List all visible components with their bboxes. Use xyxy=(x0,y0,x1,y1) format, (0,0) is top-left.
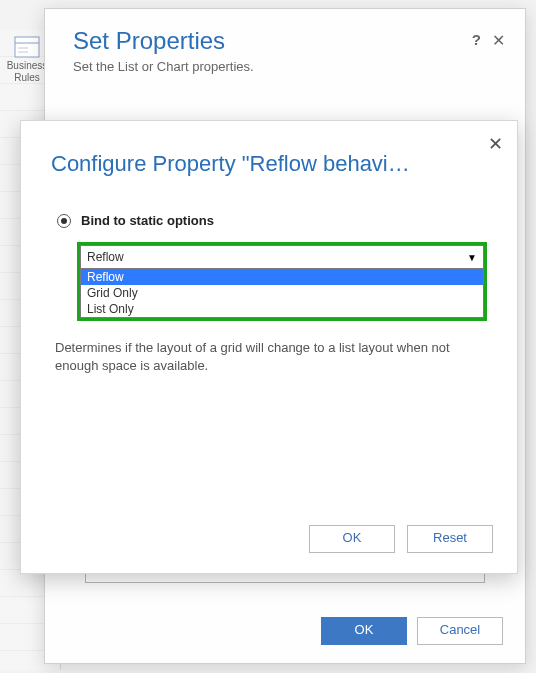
chevron-down-icon: ▼ xyxy=(467,252,477,263)
ok-button[interactable]: OK xyxy=(309,525,395,553)
ok-button[interactable]: OK xyxy=(321,617,407,645)
form-icon xyxy=(14,36,40,58)
option-list-only[interactable]: List Only xyxy=(81,301,483,317)
option-grid-only[interactable]: Grid Only xyxy=(81,285,483,301)
help-icon[interactable]: ? xyxy=(472,31,481,48)
business-rules-label: Business Rules xyxy=(7,60,48,83)
cancel-button[interactable]: Cancel xyxy=(417,617,503,645)
configure-property-dialog: ✕ Configure Property "Reflow behavi… Bin… xyxy=(20,120,518,574)
reflow-options-list: Reflow Grid Only List Only xyxy=(80,269,484,318)
dialog-title: Configure Property "Reflow behavi… xyxy=(51,151,461,177)
close-icon[interactable]: ✕ xyxy=(492,31,505,50)
bind-static-label: Bind to static options xyxy=(81,213,214,228)
reset-button[interactable]: Reset xyxy=(407,525,493,553)
dialog-title: Set Properties xyxy=(73,27,501,55)
reflow-select-highlight: Reflow ▼ Reflow Grid Only List Only xyxy=(77,242,487,321)
reflow-select[interactable]: Reflow ▼ xyxy=(80,245,484,269)
dialog-subtitle: Set the List or Chart properties. xyxy=(73,59,501,74)
svg-rect-0 xyxy=(15,37,39,57)
business-rules-button[interactable]: Business Rules xyxy=(6,36,48,84)
option-reflow[interactable]: Reflow xyxy=(81,269,483,285)
bind-static-radio[interactable] xyxy=(57,214,71,228)
close-icon[interactable]: ✕ xyxy=(488,133,503,155)
reflow-select-value: Reflow xyxy=(87,250,124,264)
property-description: Determines if the layout of a grid will … xyxy=(55,339,487,375)
